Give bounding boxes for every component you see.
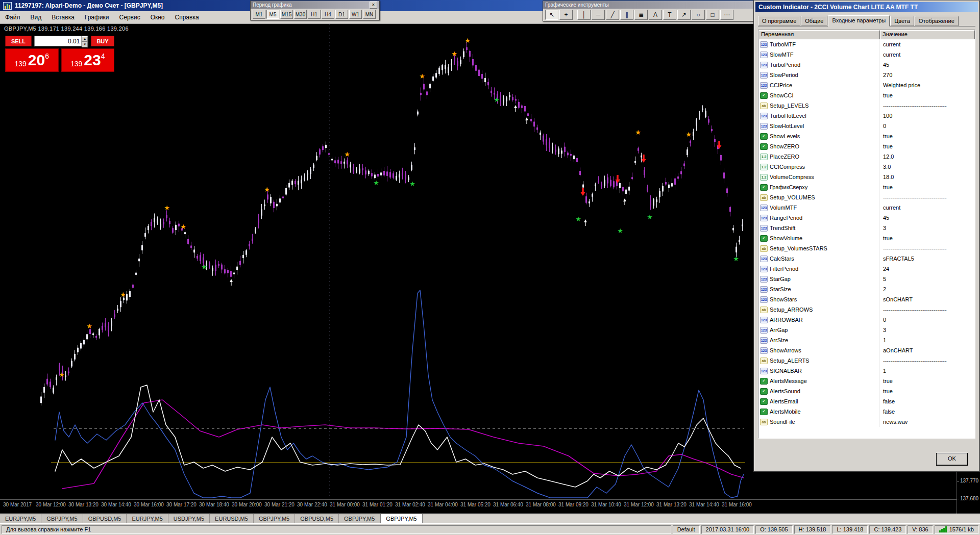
ok-button[interactable]: OK <box>937 453 967 465</box>
param-row[interactable]: ✓ShowZEROtrue <box>758 141 975 151</box>
tool-ellipse-icon[interactable]: ○ <box>692 10 705 20</box>
param-value[interactable]: 12.0 <box>880 154 975 160</box>
param-row[interactable]: 123FilterPeriod24 <box>758 264 975 274</box>
tool-cursor-icon[interactable]: ↖ <box>545 10 558 20</box>
period-button-m30[interactable]: M30 <box>294 10 307 19</box>
param-value[interactable]: 3.0 <box>880 164 975 170</box>
param-row[interactable]: 123TurboMTFcurrent <box>758 39 975 49</box>
param-row[interactable]: abSetup_VolumesSTARS--------------------… <box>758 243 975 253</box>
chart-tab-7[interactable]: GBPUSD,M5 <box>295 514 339 523</box>
chart-tab-0[interactable]: EURJPY,M5 <box>0 514 41 523</box>
spinner-down-icon[interactable]: ▼ <box>82 42 88 47</box>
param-value[interactable]: news.wav <box>880 419 975 425</box>
dialog-title-bar[interactable]: Custom Indicator - 2CCI Volume Chart LIT… <box>755 2 978 12</box>
param-value[interactable]: 100 <box>880 113 975 119</box>
menu-item-6[interactable]: Справка <box>170 12 204 23</box>
period-button-m5[interactable]: M5 <box>266 10 279 19</box>
param-row[interactable]: 123RangePeriod45 <box>758 213 975 223</box>
param-value[interactable]: ---------------------------------- <box>880 307 975 313</box>
param-row[interactable]: 123CCIPriceWeighted price <box>758 80 975 90</box>
param-row[interactable]: abSoundFilenews.wav <box>758 417 975 427</box>
param-row[interactable]: 123ArrSize1 <box>758 335 975 345</box>
chart-tab-4[interactable]: USDJPY,M5 <box>168 514 210 523</box>
param-row[interactable]: 123SlowHotLevel0 <box>758 121 975 131</box>
param-value[interactable]: current <box>880 205 975 211</box>
param-row[interactable]: ✓ShowVolumetrue <box>758 233 975 243</box>
param-value[interactable]: 3 <box>880 327 975 333</box>
param-value[interactable]: 0 <box>880 123 975 129</box>
column-header-variable[interactable]: Переменная <box>758 30 880 39</box>
dialog-tab-1[interactable]: Общие <box>801 16 827 26</box>
param-value[interactable]: true <box>880 388 975 394</box>
sell-price-button[interactable]: 139 20 6 <box>5 48 59 72</box>
close-icon[interactable]: × <box>370 2 377 9</box>
param-value[interactable]: 45 <box>880 62 975 68</box>
tool-vertical-line-icon[interactable]: │ <box>577 10 591 20</box>
time-axis[interactable]: 30 Mar 201730 Mar 12:0030 Mar 13:2030 Ma… <box>0 499 957 514</box>
chart-tab-6[interactable]: GBPJPY,M5 <box>254 514 295 523</box>
param-row[interactable]: 123SlowMTFcurrent <box>758 49 975 60</box>
param-row[interactable]: abSetup_VOLUMES-------------------------… <box>758 192 975 202</box>
tool-text-label-icon[interactable]: T <box>663 10 676 20</box>
period-button-m1[interactable]: M1 <box>253 10 265 19</box>
lot-size-input[interactable] <box>35 36 81 46</box>
period-button-h4[interactable]: H4 <box>322 10 334 19</box>
param-value[interactable]: ---------------------------------- <box>880 194 975 200</box>
param-value[interactable]: false <box>880 398 975 404</box>
tool-crosshair-icon[interactable]: + <box>559 10 573 20</box>
sell-button[interactable]: SELL <box>5 36 32 46</box>
param-row[interactable]: ✓ShowCCItrue <box>758 90 975 100</box>
tool-horizontal-line-icon[interactable]: ─ <box>592 10 605 20</box>
param-value[interactable]: aOnCHART <box>880 347 975 353</box>
param-row[interactable]: 123StarGap5 <box>758 274 975 284</box>
param-row[interactable]: 123CalcStarssFRACTAL5 <box>758 253 975 264</box>
param-value[interactable]: 24 <box>880 266 975 272</box>
dialog-tab-3[interactable]: Цвета <box>890 16 914 26</box>
param-value[interactable]: false <box>880 409 975 415</box>
tool-fibonacci-icon[interactable]: ≣ <box>634 10 648 20</box>
param-value[interactable]: sOnCHART <box>880 296 975 302</box>
tool-more-tools-icon[interactable]: ⋯ <box>720 10 733 20</box>
param-value[interactable]: true <box>880 133 975 139</box>
period-toolbar-caption[interactable]: Период графика × <box>251 1 379 9</box>
param-value[interactable]: 1 <box>880 368 975 374</box>
param-row[interactable]: 1.2CCICompress3.0 <box>758 162 975 172</box>
param-value[interactable]: true <box>880 143 975 149</box>
param-value[interactable]: true <box>880 92 975 98</box>
param-value[interactable]: sFRACTAL5 <box>880 256 975 262</box>
param-row[interactable]: abSetup_ARROWS--------------------------… <box>758 304 975 315</box>
menu-item-1[interactable]: Вид <box>26 12 47 23</box>
param-value[interactable]: current <box>880 41 975 47</box>
param-row[interactable]: ✓AlertsSoundtrue <box>758 386 975 396</box>
buy-button[interactable]: BUY <box>91 36 114 46</box>
param-value[interactable]: true <box>880 184 975 190</box>
param-row[interactable]: 123TrendShift3 <box>758 223 975 233</box>
param-value[interactable]: Weighted price <box>880 82 975 88</box>
tools-toolbar-caption[interactable]: Графические инструменты <box>543 1 754 9</box>
period-button-mn[interactable]: MN <box>363 10 376 19</box>
chart-tab-5[interactable]: EURUSD,M5 <box>210 514 254 523</box>
chart-tab-9[interactable]: GBPJPY,M5 <box>380 514 422 523</box>
column-header-value[interactable]: Значение <box>880 30 975 39</box>
chart-tab-3[interactable]: EURJPY,M5 <box>127 514 168 523</box>
param-row[interactable]: ✓ГрафикСверхуtrue <box>758 182 975 192</box>
dialog-tab-2[interactable]: Входные параметры <box>828 15 890 27</box>
param-row[interactable]: 123ShowArrowsaOnCHART <box>758 345 975 355</box>
param-value[interactable]: 18.0 <box>880 174 975 180</box>
buy-price-button[interactable]: 139 23 4 <box>61 48 115 72</box>
param-row[interactable]: 123SlowPeriod270 <box>758 70 975 80</box>
param-value[interactable]: 1 <box>880 337 975 343</box>
tool-equidistant-channel-icon[interactable]: ∥ <box>620 10 633 20</box>
period-button-d1[interactable]: D1 <box>335 10 348 19</box>
param-row[interactable]: ✓AlertsEmailfalse <box>758 396 975 406</box>
period-button-h1[interactable]: H1 <box>308 10 321 19</box>
param-row[interactable]: abSetup_ALERTS--------------------------… <box>758 355 975 366</box>
menu-item-3[interactable]: Графики <box>80 12 114 23</box>
dialog-tab-4[interactable]: Отображение <box>915 16 959 26</box>
param-value[interactable]: ---------------------------------- <box>880 245 975 251</box>
menu-item-5[interactable]: Окно <box>145 12 170 23</box>
period-button-m15[interactable]: M15 <box>280 10 293 19</box>
param-value[interactable]: ---------------------------------- <box>880 358 975 364</box>
param-value[interactable]: ---------------------------------- <box>880 103 975 109</box>
param-row[interactable]: 123SIGNALBAR1 <box>758 366 975 376</box>
